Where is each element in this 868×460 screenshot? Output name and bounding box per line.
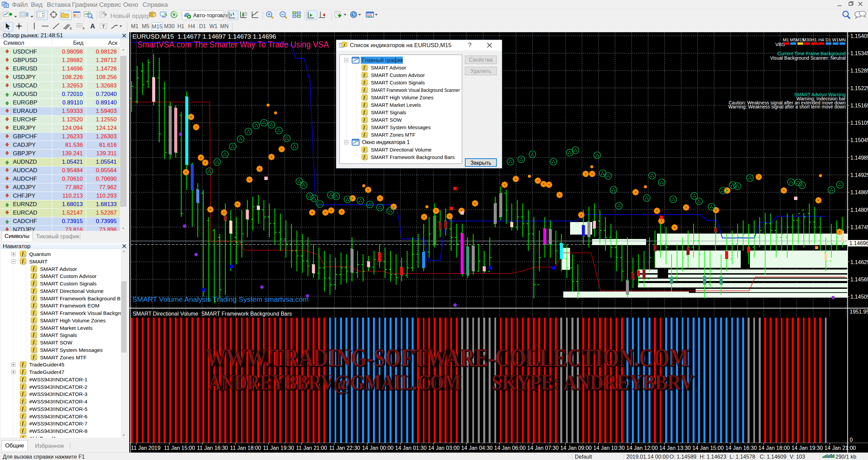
- svg-text:1.14505: 1.14505: [850, 294, 868, 300]
- svg-text:0: 0: [850, 437, 853, 443]
- svg-text:11 Jan 21:00: 11 Jan 21:00: [296, 445, 327, 451]
- svg-text:EURUSD,M15 1.14677 1.14697 1.: EURUSD,M15 1.14677 1.14697 1.14673 1.146…: [132, 33, 276, 40]
- svg-text:1.15345: 1.15345: [850, 51, 868, 56]
- svg-text:SMART SOW: SMART SOW: [40, 340, 72, 345]
- svg-text:Главный график: Главный график: [362, 57, 403, 63]
- svg-text:1.15285: 1.15285: [850, 68, 868, 74]
- svg-text:SMART Directional Volume: SMART Directional Volume: [40, 288, 103, 294]
- svg-text:1.14985: 1.14985: [850, 155, 868, 161]
- svg-text:E: E: [70, 27, 72, 30]
- svg-text:#WSS943!INDICATOR-7: #WSS943!INDICATOR-7: [29, 421, 88, 426]
- svg-text:SMART Framework Background Bar: SMART Framework Background Bars: [371, 155, 455, 160]
- svg-text:SMART Directional Volume: SMART Directional Volume: [371, 147, 432, 153]
- svg-text:1.15225: 1.15225: [850, 85, 868, 91]
- svg-text:H1: H1: [811, 37, 817, 42]
- svg-text:1951.95: 1951.95: [850, 309, 868, 315]
- svg-text:SMART Signals: SMART Signals: [371, 110, 406, 115]
- svg-text:SMART Volume Analysis Trading: SMART Volume Analysis Trading System sma…: [132, 295, 309, 303]
- svg-text:1.15105: 1.15105: [850, 120, 868, 126]
- svg-text:#WSS943!INDICATOR-6: #WSS943!INDICATOR-6: [29, 414, 88, 419]
- svg-text:11 Jan 16:30: 11 Jan 16:30: [197, 445, 228, 451]
- svg-text:Warning: Weakness signal after: Warning: Weakness signal after a short t…: [728, 104, 846, 109]
- svg-text:14 Jan 19:30: 14 Jan 19:30: [791, 445, 823, 451]
- svg-text:1.15045: 1.15045: [850, 137, 868, 143]
- svg-text:SMART Custom Advisor: SMART Custom Advisor: [40, 273, 97, 279]
- svg-text:F: F: [83, 27, 85, 30]
- svg-text:14 Jan 15:00: 14 Jan 15:00: [692, 445, 724, 451]
- svg-text:14 Jan 00:00: 14 Jan 00:00: [362, 445, 394, 451]
- svg-text:SMART Advisor: SMART Advisor: [371, 65, 406, 71]
- svg-text:11 Jan 18:00: 11 Jan 18:00: [230, 445, 261, 451]
- svg-text:SMART High Volume Zones: SMART High Volume Zones: [40, 318, 106, 323]
- svg-text:D1: D1: [826, 37, 831, 42]
- svg-text:AbleTrend1: AbleTrend1: [29, 436, 56, 438]
- svg-text:M30: M30: [803, 37, 811, 42]
- svg-text:SMART Framework Visual Backgro: SMART Framework Visual Background Scanne…: [371, 87, 460, 93]
- svg-text:SMART Framework EOM: SMART Framework EOM: [40, 303, 99, 308]
- svg-text:SMART Advisor: SMART Advisor: [40, 266, 77, 272]
- svg-text:T: T: [102, 23, 105, 29]
- svg-text:#WSS943!INDICATOR-2: #WSS943!INDICATOR-2: [29, 384, 88, 390]
- svg-text:SMART Framework Visual Backgro: SMART Framework Visual Backgroun: [40, 310, 121, 316]
- svg-text:WWW.TRADING-SOFTWARE-COLLECTIO: WWW.TRADING-SOFTWARE-COLLECTION.COM: [206, 344, 689, 372]
- svg-text:1.14625: 1.14625: [850, 259, 868, 265]
- svg-text:M5: M5: [790, 37, 796, 42]
- svg-text:14 Jan 07:30: 14 Jan 07:30: [527, 445, 559, 451]
- svg-text:1.15405: 1.15405: [850, 33, 868, 39]
- svg-text:14 Jan 16:30: 14 Jan 16:30: [725, 445, 757, 451]
- svg-text:14 Jan 03:00: 14 Jan 03:00: [428, 445, 460, 451]
- svg-text:SMART Custom Advisor: SMART Custom Advisor: [371, 73, 425, 78]
- svg-text:SKYPE: ANDREYBBRV: SKYPE: ANDREYBBRV: [492, 370, 694, 394]
- svg-text:SMART Zones MTF: SMART Zones MTF: [40, 355, 87, 360]
- svg-text:SMART Framework Background Bar: SMART Framework Background Bars: [40, 296, 121, 301]
- svg-text:SmartVSA.com The Smarter Way T: SmartVSA.com The Smarter Way To Trade Us…: [137, 39, 329, 49]
- svg-text:SMART System Messages: SMART System Messages: [40, 347, 103, 353]
- svg-text:TradeGuider45: TradeGuider45: [29, 362, 64, 367]
- svg-text:Quantum: Quantum: [29, 251, 51, 257]
- svg-text:ANDREYBBRV@GMAIL.COM: ANDREYBBRV@GMAIL.COM: [208, 370, 461, 394]
- svg-text:14 Jan 18:00: 14 Jan 18:00: [758, 445, 790, 451]
- svg-text:14 Jan 01:30: 14 Jan 01:30: [395, 445, 427, 451]
- svg-text:11 Jan 22:30: 11 Jan 22:30: [329, 445, 360, 451]
- svg-text:14 Jan 09:00: 14 Jan 09:00: [560, 445, 592, 451]
- svg-text:14 Jan 13:30: 14 Jan 13:30: [659, 445, 691, 451]
- svg-text:1.15165: 1.15165: [850, 103, 868, 108]
- svg-text:11 Jan 2019: 11 Jan 2019: [131, 445, 161, 451]
- svg-text:1.14745: 1.14745: [850, 224, 868, 230]
- svg-text:#WSS943!INDICATOR-5: #WSS943!INDICATOR-5: [29, 406, 88, 412]
- svg-text:1.14865: 1.14865: [850, 189, 868, 195]
- svg-text:#WSS943!INDICATOR-3: #WSS943!INDICATOR-3: [29, 391, 88, 397]
- svg-text:#WSS943!INDICATOR-4: #WSS943!INDICATOR-4: [29, 399, 88, 404]
- svg-text:SMART Custom Signals: SMART Custom Signals: [40, 281, 97, 286]
- svg-text:W1: W1: [832, 37, 839, 42]
- svg-text:#WSS943!INDICATOR-8: #WSS943!INDICATOR-8: [29, 428, 88, 434]
- svg-text:1.14696: 1.14696: [849, 240, 868, 246]
- svg-text:M1: M1: [783, 37, 789, 42]
- svg-text:SMART Market Levels: SMART Market Levels: [371, 102, 421, 108]
- svg-text:H4: H4: [818, 37, 824, 42]
- svg-text:14 Jan 06:00: 14 Jan 06:00: [494, 445, 526, 451]
- svg-text:11 Jan 15:00: 11 Jan 15:00: [164, 445, 195, 451]
- svg-text:SMART: SMART: [29, 259, 48, 264]
- svg-text:SMART Market Levels: SMART Market Levels: [40, 325, 93, 331]
- svg-text:TradeGuider47: TradeGuider47: [29, 369, 64, 375]
- svg-text:1.14805: 1.14805: [850, 207, 868, 213]
- svg-text:SMART Directional Volume SMAR: SMART Directional Volume SMART Framework…: [133, 311, 292, 317]
- svg-text:11 Jan 19:30: 11 Jan 19:30: [263, 445, 294, 451]
- svg-text:14 Jan 12:00: 14 Jan 12:00: [626, 445, 658, 451]
- svg-text:Окно индикатора 1: Окно индикатора 1: [362, 139, 410, 145]
- svg-text:W: W: [5, 4, 7, 7]
- svg-text:SMART Zones MTF: SMART Zones MTF: [371, 132, 415, 138]
- svg-text:SMART High Volume Zones: SMART High Volume Zones: [371, 95, 434, 100]
- svg-text:#WSS943!INDICATOR-1: #WSS943!INDICATOR-1: [29, 377, 88, 382]
- svg-text:SMART System Messages: SMART System Messages: [371, 125, 431, 130]
- svg-text:A: A: [90, 22, 95, 30]
- svg-text:SMART Custom Signals: SMART Custom Signals: [371, 80, 425, 85]
- svg-text:1.14925: 1.14925: [850, 172, 868, 178]
- svg-text:SMART SOW: SMART SOW: [371, 117, 402, 123]
- svg-text:14 Jan 21:00: 14 Jan 21:00: [825, 445, 856, 451]
- svg-text:14 Jan 04:30: 14 Jan 04:30: [461, 445, 493, 451]
- svg-text:1.14565: 1.14565: [850, 277, 868, 282]
- svg-text:SMART Signals: SMART Signals: [40, 332, 77, 338]
- svg-text:14 Jan 10:30: 14 Jan 10:30: [593, 445, 625, 451]
